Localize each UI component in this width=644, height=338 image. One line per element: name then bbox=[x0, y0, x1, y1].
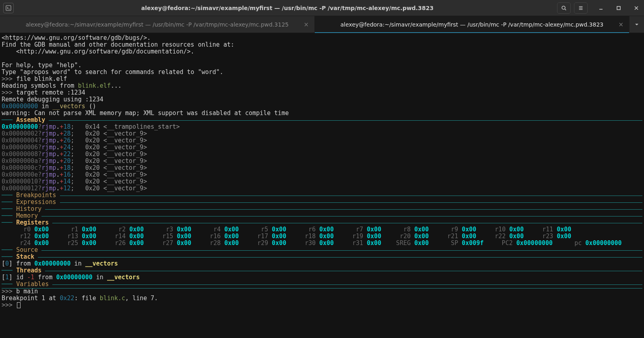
terminal-app-icon bbox=[3, 3, 14, 13]
gdb-output: warning: Can not parse XML memory map; X… bbox=[2, 110, 642, 117]
register-row: r24 0x00 r25 0x00 r26 0x00 r27 0x00 r28 … bbox=[2, 240, 642, 247]
section-threads: ─── Threads bbox=[2, 267, 642, 274]
window-title: alexey@fedora:~/simavr/example/myfirst —… bbox=[18, 5, 557, 11]
stack-frame: [0] from 0x00000000 in __vectors bbox=[2, 260, 642, 267]
asm-row: 0x0000000c ? rjmp .+18 ; 0x20 <__vector_… bbox=[2, 165, 642, 171]
gdb-output: Find the GDB manual and other documentat… bbox=[2, 41, 642, 48]
tab-label: alexey@fedora:~/simavr/example/myfirst —… bbox=[341, 21, 603, 28]
gdb-output: Type "apropos word" to search for comman… bbox=[2, 69, 642, 76]
asm-row: 0x00000010 ? rjmp .+14 ; 0x20 <__vector_… bbox=[2, 178, 642, 185]
asm-row: 0x00000006 ? rjmp .+24 ; 0x20 <__vector_… bbox=[2, 144, 642, 151]
titlebar-controls bbox=[557, 2, 641, 14]
gdb-output: <https://www.gnu.org/software/gdb/bugs/>… bbox=[2, 35, 642, 41]
cursor-icon bbox=[17, 302, 21, 308]
asm-row: 0x0000000e ? rjmp .+16 ; 0x20 <__vector_… bbox=[2, 171, 642, 178]
close-icon[interactable]: × bbox=[618, 21, 623, 28]
tab-label: alexey@fedora:~/simavr/example/myfirst —… bbox=[26, 21, 289, 28]
gdb-output: <http://www.gnu.org/software/gdb/documen… bbox=[2, 48, 642, 55]
maximize-button[interactable] bbox=[614, 4, 623, 12]
gdb-output: Remote debugging using :1234 bbox=[2, 96, 642, 103]
gdb-output: For help, type "help". bbox=[2, 62, 642, 69]
svg-point-1 bbox=[562, 6, 565, 9]
register-row: r0 0x00 r1 0x00 r2 0x00 r3 0x00 r4 0x00 … bbox=[2, 226, 642, 233]
section-stack: ─── Stack bbox=[2, 254, 642, 260]
asm-row: 0x00000004 ? rjmp .+26 ; 0x20 <__vector_… bbox=[2, 137, 642, 144]
section-registers: ─── Registers bbox=[2, 219, 642, 226]
window-titlebar: alexey@fedora:~/simavr/example/myfirst —… bbox=[0, 0, 644, 16]
section-source: ─── Source bbox=[2, 247, 642, 254]
gdb-command: >>> file blink.elf bbox=[2, 76, 642, 82]
asm-row: 0x00000000 ? rjmp .+18 ; 0x14 <__trampol… bbox=[2, 124, 642, 130]
tab-2[interactable]: alexey@fedora:~/simavr/example/myfirst —… bbox=[315, 16, 630, 33]
asm-row: 0x00000012 ? rjmp .+12 ; 0x20 <__vector_… bbox=[2, 185, 642, 192]
blank-line bbox=[2, 55, 642, 62]
section-history: ─── History bbox=[2, 206, 642, 212]
section-breakpoints: ─── Breakpoints bbox=[2, 192, 642, 199]
asm-row: 0x0000000a ? rjmp .+20 ; 0x20 <__vector_… bbox=[2, 158, 642, 165]
tab-1[interactable]: alexey@fedora:~/simavr/example/myfirst —… bbox=[0, 16, 315, 33]
gdb-output: Reading symbols from blink.elf... bbox=[2, 82, 642, 89]
svg-rect-2 bbox=[617, 6, 620, 10]
close-icon[interactable]: × bbox=[303, 21, 309, 28]
tab-dropdown-button[interactable] bbox=[630, 16, 644, 33]
tab-bar: alexey@fedora:~/simavr/example/myfirst —… bbox=[0, 16, 644, 33]
menu-button[interactable] bbox=[574, 2, 588, 14]
close-button[interactable] bbox=[632, 4, 641, 12]
gdb-command: >>> b main bbox=[2, 288, 642, 295]
gdb-output: Breakpoint 1 at 0x22: file blink.c, line… bbox=[2, 295, 642, 302]
gdb-output: 0x00000000 in __vectors () bbox=[2, 103, 642, 110]
section-memory: ─── Memory bbox=[2, 212, 642, 219]
search-button[interactable] bbox=[557, 2, 571, 14]
asm-row: 0x00000002 ? rjmp .+28 ; 0x20 <__vector_… bbox=[2, 130, 642, 137]
thread-row: [1] id -1 from 0x00000000 in __vectors bbox=[2, 274, 642, 281]
section-end bbox=[2, 288, 642, 288]
section-assembly: ─── Assembly bbox=[2, 117, 642, 124]
gdb-prompt[interactable]: >>> bbox=[2, 302, 642, 309]
section-expressions: ─── Expressions bbox=[2, 199, 642, 206]
terminal-area[interactable]: <https://www.gnu.org/software/gdb/bugs/>… bbox=[0, 33, 644, 310]
section-variables: ─── Variables bbox=[2, 281, 642, 288]
register-row: r12 0x00 r13 0x00 r14 0x00 r15 0x00 r16 … bbox=[2, 233, 642, 240]
gdb-command: >>> target remote :1234 bbox=[2, 89, 642, 96]
asm-row: 0x00000008 ? rjmp .+22 ; 0x20 <__vector_… bbox=[2, 151, 642, 158]
minimize-button[interactable] bbox=[597, 4, 605, 12]
